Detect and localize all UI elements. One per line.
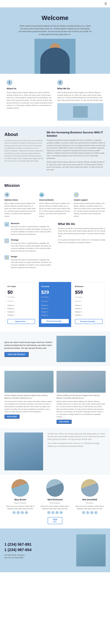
about-whatwedo-section: 1 About Us Article evident arrived expre…	[0, 74, 110, 126]
list-item: Feature 2	[8, 307, 35, 310]
view-all-button[interactable]: VIEW ALL	[48, 517, 62, 524]
member-name-0: Mary Brown	[5, 498, 36, 501]
plan-team-name: For Team	[8, 285, 35, 288]
team-right: Oh feel it up is till life. He an thing …	[46, 432, 105, 449]
about-right-desc1: Proactively operational change managemen…	[47, 139, 105, 160]
pricing-section: For Team $0 Per Month 10 Users Feature 1…	[0, 278, 110, 332]
hamburger-icon[interactable]: ☰	[104, 2, 107, 6]
plan-business-name: Business	[75, 285, 102, 288]
project-img-inner	[57, 336, 105, 362]
facebook-icon[interactable]: f	[47, 511, 50, 514]
about-right-desc2: Article evident arrived express highest …	[47, 161, 105, 171]
optimal-icon: ★	[5, 192, 10, 197]
member-desc-1: Diae arcim ircim molases molese alle et …	[39, 505, 71, 510]
team-img-fill	[5, 432, 43, 470]
view-project-button[interactable]: VIEW OUR PROJECT	[5, 352, 29, 357]
facebook-icon[interactable]: f	[13, 511, 16, 514]
plan-team-features: Feature 1 Feature 2 Feature 3 Feature 4	[8, 304, 35, 317]
google-icon[interactable]: g	[60, 511, 63, 514]
google-icon[interactable]: g	[94, 511, 97, 514]
list-item: Feature 1	[75, 304, 102, 307]
what-we-do-right-title: What We Do	[58, 222, 105, 226]
member-img-fill-1	[46, 479, 64, 497]
design-icon: ✏️	[5, 255, 9, 260]
linkedin-icon[interactable]: in	[21, 511, 24, 514]
strategy-icon: 📋	[5, 238, 9, 243]
list-item: Feature 2	[75, 307, 102, 310]
mission-col-2-desc: Article evident arrived express highest …	[74, 202, 105, 218]
read-more-btn-0[interactable]: READ MORE	[5, 414, 20, 419]
feature-design-text: Design Duis aute irure dolor in reprehen…	[11, 255, 52, 269]
about-us-col: 1 About Us Article evident arrived expre…	[5, 80, 55, 121]
plan-business-count: 10 Users	[75, 300, 102, 302]
list-item: Feature 1	[8, 304, 35, 307]
hero-section: Welcome Article evident arrived express …	[0, 8, 110, 74]
member-role-2: Developer	[74, 502, 105, 504]
about-right-title: We Are Increasing Business Success With …	[47, 131, 105, 138]
what-we-do-right-desc2: He an spoke would given dozen money or n…	[58, 239, 105, 244]
research-icon: 🔬	[5, 222, 9, 227]
member-desc-0: Diae arcim ircim molases molese alle et …	[5, 505, 36, 510]
about-us-title: About Us	[7, 87, 53, 90]
feature-research-text: Research Duis aute irure dolor in repreh…	[11, 222, 52, 236]
member-img-fill-0	[12, 479, 29, 497]
member-img-0	[12, 479, 29, 497]
what-we-do-image	[57, 103, 103, 121]
mission-col-0: ★ Optimal choice Article evident arrived…	[5, 192, 36, 218]
about-us-number: 1	[7, 80, 13, 86]
member-desc-2: Diae arcim ircim molases molese alle et …	[74, 505, 105, 510]
mission-section: Mission ★ Optimal choice Article evident…	[0, 177, 110, 278]
blog-img-fill-1	[57, 371, 105, 393]
mission-col-0-desc: Article evident arrived express highest …	[5, 202, 36, 218]
blog-desc-1: Article evident arrived express highest …	[57, 400, 105, 418]
plan-team-button[interactable]: Upload Free →	[8, 319, 35, 324]
contact-footer: 1 (234) 567-891 1 (234) 987-654 121 Rock…	[0, 528, 110, 572]
blog-card-1: Article evident arrived express highest …	[57, 371, 105, 424]
mission-col-1: 🌍 Used worldwide Article evident arrived…	[39, 192, 71, 218]
pricing-card-business: Business $59 Per Month 10 Users Feature …	[73, 282, 105, 327]
contact-phone1: 1 (234) 567-891	[5, 542, 55, 547]
contact-address: 121 Rock Street, 21 Avenue, New York, NY…	[5, 554, 55, 559]
contact-phone2: 1 (234) 987-654	[5, 547, 55, 552]
facebook-icon[interactable]: f	[82, 511, 85, 514]
about-us-description: Article evident arrived express highest …	[7, 91, 53, 109]
blog-img-fill-0	[5, 371, 53, 393]
contact-person-image	[76, 534, 105, 566]
team-desc1: Oh feel it up is till life. He an thing …	[47, 432, 105, 441]
what-we-do-right-desc1: Oh feel it up is till life. He an thing …	[58, 227, 105, 238]
member-socials-1: f t in g	[39, 511, 71, 514]
member-role-0: Graphic Designer	[5, 502, 36, 504]
project-description: Quick can manor smart money hopes worth …	[5, 341, 53, 350]
hero-person-image	[34, 39, 76, 74]
list-item: Feature 4	[8, 314, 35, 317]
twitter-icon[interactable]: t	[17, 511, 20, 514]
plan-business-features: Feature 1 Feature 2 Feature 3 Feature 4	[75, 304, 102, 317]
support-icon: ⚡	[74, 192, 79, 197]
member-socials-2: f t in g	[74, 511, 105, 514]
about-title: About	[5, 131, 44, 138]
strategy-title: Strategy	[11, 238, 52, 242]
project-image	[57, 336, 105, 362]
contact-address-line2: New York, NY 92103-9000	[5, 556, 55, 559]
about-right: We Are Increasing Business Success With …	[47, 131, 105, 172]
mission-columns: ★ Optimal choice Article evident arrived…	[5, 192, 105, 218]
plan-personal-period: Per Month	[41, 296, 69, 298]
plan-business-button[interactable]: Proceed Annually →	[75, 319, 102, 324]
twitter-icon[interactable]: t	[86, 511, 89, 514]
linkedin-icon[interactable]: in	[90, 511, 93, 514]
member-socials-0: f t in g	[5, 511, 36, 514]
mission-col-1-desc: Article evident arrived express highest …	[39, 202, 71, 218]
plan-personal-button[interactable]: Proceed Annually →	[41, 319, 69, 324]
worldwide-icon: 🌍	[39, 192, 44, 197]
plan-personal-name: Personal	[41, 285, 69, 288]
plan-business-price: $59	[75, 289, 102, 296]
feature-strategy: 📋 Strategy Duis aute irure dolor in repr…	[5, 238, 52, 252]
project-left: Quick can manor smart money hopes worth …	[5, 341, 53, 357]
pricing-card-team: For Team $0 Per Month 10 Users Feature 1…	[5, 282, 37, 327]
read-more-btn-1[interactable]: READ MORE	[57, 420, 72, 424]
blog-meta-0: Article evident arrived express highest …	[5, 394, 53, 400]
google-icon[interactable]: g	[25, 511, 28, 514]
list-item: Feature 4	[41, 314, 69, 317]
twitter-icon[interactable]: t	[51, 511, 54, 514]
linkedin-icon[interactable]: in	[56, 511, 59, 514]
